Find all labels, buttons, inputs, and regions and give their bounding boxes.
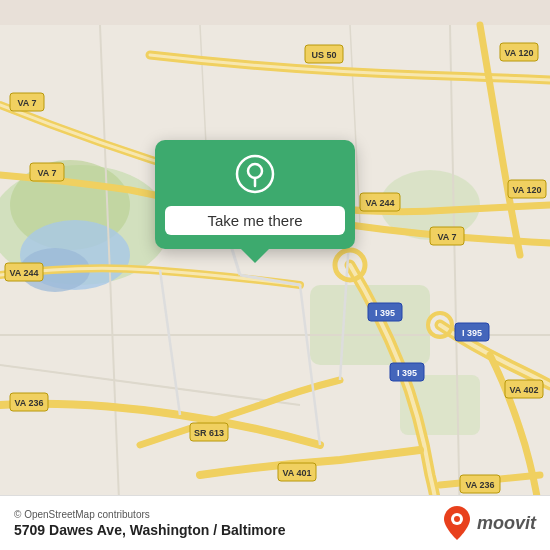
- svg-point-54: [248, 164, 262, 178]
- svg-text:VA 7: VA 7: [37, 168, 56, 178]
- bottom-bar: © OpenStreetMap contributors 5709 Dawes …: [0, 495, 550, 550]
- svg-text:VA 7: VA 7: [17, 98, 36, 108]
- svg-text:VA 120: VA 120: [504, 48, 533, 58]
- svg-text:VA 236: VA 236: [14, 398, 43, 408]
- svg-point-57: [454, 516, 460, 522]
- location-popup: Take me there: [155, 140, 355, 249]
- svg-text:I 395: I 395: [397, 368, 417, 378]
- moovit-text-label: moovit: [477, 513, 536, 534]
- address-text: 5709 Dawes Ave, Washington / Baltimore: [14, 522, 286, 538]
- svg-text:SR 613: SR 613: [194, 428, 224, 438]
- svg-text:VA 244: VA 244: [365, 198, 394, 208]
- svg-text:VA 7: VA 7: [437, 232, 456, 242]
- svg-text:I 395: I 395: [462, 328, 482, 338]
- take-me-there-button[interactable]: Take me there: [165, 206, 345, 235]
- svg-text:VA 244: VA 244: [9, 268, 38, 278]
- svg-text:I 395: I 395: [375, 308, 395, 318]
- location-pin-icon: [235, 154, 275, 194]
- svg-text:VA 236: VA 236: [465, 480, 494, 490]
- svg-text:VA 120: VA 120: [512, 185, 541, 195]
- osm-credit: © OpenStreetMap contributors: [14, 509, 286, 520]
- map-container: VA 7 US 50 VA 244 VA 244 VA 120 VA 120 V…: [0, 0, 550, 550]
- moovit-logo: moovit: [441, 504, 536, 542]
- svg-text:US 50: US 50: [311, 50, 336, 60]
- svg-text:VA 401: VA 401: [282, 468, 311, 478]
- map-background: VA 7 US 50 VA 244 VA 244 VA 120 VA 120 V…: [0, 0, 550, 550]
- bottom-left-info: © OpenStreetMap contributors 5709 Dawes …: [14, 509, 286, 538]
- moovit-pin-icon: [441, 504, 473, 542]
- svg-text:VA 402: VA 402: [509, 385, 538, 395]
